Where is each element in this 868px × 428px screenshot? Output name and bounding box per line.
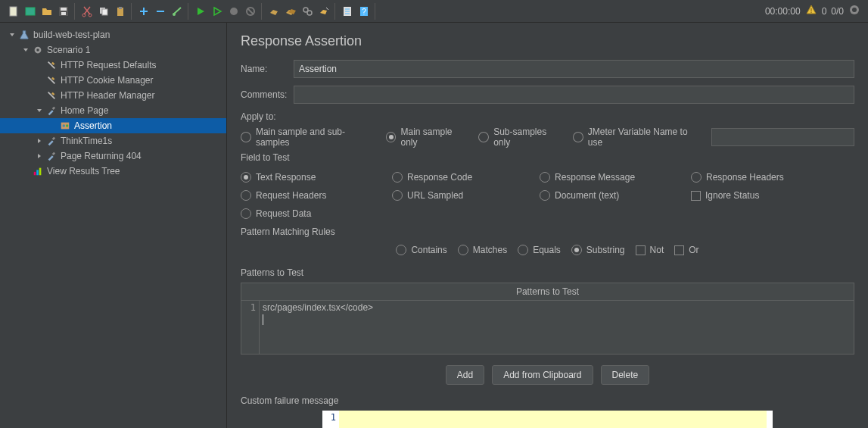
custom-message-input[interactable] [339,411,773,428]
help-icon[interactable]: ? [356,4,372,19]
checkbox-icon[interactable] [691,191,701,201]
field-option-1[interactable]: Response Code [392,172,540,183]
twisty-icon[interactable] [35,106,44,115]
warning-icon[interactable]: ! [805,4,817,18]
new-icon[interactable] [6,4,21,19]
radio-icon[interactable] [392,172,403,183]
add-button[interactable]: Add [446,365,484,385]
results-icon [32,165,44,177]
copy-icon[interactable] [96,4,111,19]
dropper-icon [45,135,58,147]
add-clipboard-button[interactable]: Add from Clipboard [492,365,593,385]
radio-icon[interactable] [571,245,582,255]
wrench-icon [45,74,58,86]
tree-node-view-results-tree[interactable]: View Results Tree [0,164,226,179]
field-option-7[interactable]: Ignore Status [691,190,842,201]
tree-label: Scenario 1 [47,45,90,55]
svg-point-23 [36,48,39,52]
expand-icon[interactable] [136,4,151,19]
search-icon[interactable] [300,4,315,19]
svg-rect-1 [26,8,35,15]
twisty-icon[interactable] [35,136,44,145]
radio-icon[interactable] [241,208,251,219]
radio-icon[interactable] [540,190,550,201]
rule-option-5[interactable]: Or [674,245,698,255]
name-input[interactable] [294,60,854,78]
tree-node-thinktime1s[interactable]: ThinkTime1s [0,133,226,148]
field-option-4[interactable]: Request Headers [241,190,392,201]
tree-node-http-header-manager[interactable]: HTTP Header Manager [0,88,226,103]
reset-search-icon[interactable] [316,4,331,19]
checkbox-icon[interactable] [674,245,684,255]
twisty-icon[interactable] [35,152,44,161]
tree-node-http-request-defaults[interactable]: HTTP Request Defaults [0,58,226,73]
test-plan-tree[interactable]: build-web-test-planScenario 1HTTP Reques… [0,23,227,428]
radio-icon[interactable] [691,172,702,183]
tree-label: Assertion [74,120,112,131]
radio-icon[interactable] [241,190,251,201]
radio-icon[interactable] [241,172,251,183]
templates-icon[interactable] [23,4,38,19]
start-notimers-icon[interactable] [210,4,225,19]
assert-icon [59,120,71,132]
stop-icon[interactable] [226,4,241,19]
checkbox-icon[interactable] [636,245,646,255]
open-icon[interactable] [39,4,54,19]
field-option-3[interactable]: Response Headers [691,172,842,183]
custom-message-area[interactable]: 1 [322,411,773,428]
clear-icon[interactable] [266,4,282,19]
paste-icon[interactable] [113,4,128,19]
tree-node-home-page[interactable]: Home Page [0,103,226,118]
cut-icon[interactable] [79,4,95,19]
option-label: Matches [473,245,507,255]
tree-node-http-cookie-manager[interactable]: HTTP Cookie Manager [0,73,226,88]
radio-icon[interactable] [518,245,528,255]
save-icon[interactable] [56,4,71,19]
twisty-icon[interactable] [21,45,30,55]
rule-option-2[interactable]: Equals [518,245,561,255]
tree-label: Home Page [61,105,108,116]
name-label: Name: [241,64,288,74]
field-option-5[interactable]: URL Sampled [392,190,540,201]
tree-node-page-returning-404[interactable]: Page Returning 404 [0,148,226,164]
radio-icon[interactable] [386,132,397,142]
rule-option-3[interactable]: Substring [571,245,625,255]
collapse-icon[interactable] [153,4,168,19]
svg-rect-31 [36,170,39,175]
radio-icon[interactable] [392,190,403,201]
comments-input[interactable] [294,86,854,104]
rule-option-1[interactable]: Matches [458,245,507,255]
shutdown-icon[interactable] [243,4,258,19]
radio-icon[interactable] [458,245,468,255]
radio-icon[interactable] [540,172,550,183]
radio-icon[interactable] [396,245,406,255]
field-option-0[interactable]: Text Response [241,172,392,183]
function-helper-icon[interactable] [340,4,355,19]
jmeter-variable-input[interactable] [711,128,854,146]
clear-all-icon[interactable] [283,4,298,19]
field-option-6[interactable]: Document (text) [540,190,691,201]
tree-node-assertion[interactable]: Assertion [0,118,226,133]
wrench-icon [45,59,58,71]
rule-option-4[interactable]: Not [636,245,664,255]
apply-option-0[interactable]: Main sample and sub-samples [241,127,378,148]
tree-node-scenario-1[interactable]: Scenario 1 [0,42,226,58]
twisty-icon[interactable] [8,30,17,39]
svg-point-27 [66,124,69,127]
tree-label: HTTP Cookie Manager [61,75,154,86]
radio-icon[interactable] [573,132,583,142]
start-icon[interactable] [193,4,208,19]
svg-rect-4 [61,12,66,15]
apply-option-2[interactable]: Sub-samples only [478,127,565,148]
rule-option-0[interactable]: Contains [396,245,446,255]
toggle-icon[interactable] [170,4,185,19]
apply-option-3[interactable]: JMeter Variable Name to use [573,127,704,148]
field-option-8[interactable]: Request Data [241,208,392,219]
apply-option-1[interactable]: Main sample only [386,127,471,148]
delete-button[interactable]: Delete [601,365,650,385]
pattern-cell[interactable]: src/pages/index.tsx</code> [260,301,854,354]
field-option-2[interactable]: Response Message [540,172,691,183]
tree-node-build-web-test-plan[interactable]: build-web-test-plan [0,27,226,42]
radio-icon[interactable] [478,132,489,142]
radio-icon[interactable] [241,132,251,142]
